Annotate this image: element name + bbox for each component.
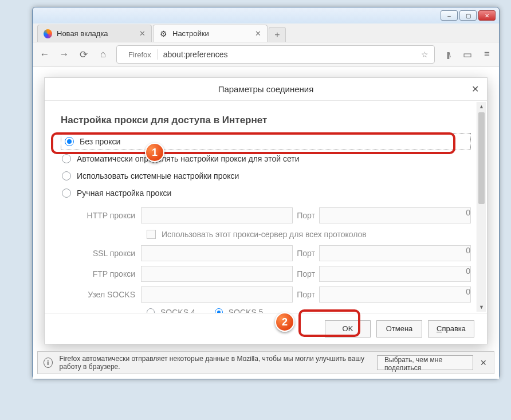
nav-forward-icon[interactable]: → <box>58 48 70 61</box>
socks-host-row: Узел SOCKS Порт 0 <box>74 284 471 305</box>
radio-socks5-label: SOCKS 5 <box>229 308 264 313</box>
nav-toolbar: ← → ⟳ ⌂ Firefox about:preferences ☆ |||\… <box>33 42 499 67</box>
ssl-proxy-input[interactable] <box>141 245 293 261</box>
window-minimize-button[interactable]: – <box>441 10 458 21</box>
ftp-proxy-row: FTP прокси Порт 0 <box>74 264 471 284</box>
identity-label: Firefox <box>128 50 151 59</box>
dialog-title: Параметры соединения <box>218 84 314 94</box>
bookmark-star-icon[interactable]: ☆ <box>421 50 429 59</box>
port-label: Порт <box>293 290 319 299</box>
ssl-proxy-row: SSL прокси Порт 0 <box>74 243 471 264</box>
hamburger-menu-icon[interactable]: ≡ <box>481 48 493 61</box>
checkbox-icon <box>147 230 156 239</box>
http-proxy-row: HTTP прокси Порт 0 <box>74 205 471 226</box>
tab-label: Новая вкладка <box>57 29 108 38</box>
nav-home-icon[interactable]: ⌂ <box>97 48 109 61</box>
ssl-port-input[interactable]: 0 <box>319 245 471 261</box>
http-proxy-label: HTTP прокси <box>74 211 141 220</box>
tab-close-icon[interactable]: ✕ <box>255 29 261 38</box>
data-sharing-notification: i Firefox автоматически отправляет некот… <box>37 351 494 374</box>
ssl-proxy-label: SSL прокси <box>74 249 141 258</box>
nav-back-icon[interactable]: ← <box>38 48 51 61</box>
tab-label: Настройки <box>172 29 209 38</box>
radio-socks5-icon[interactable] <box>215 308 223 313</box>
help-rest: правка <box>442 324 466 333</box>
new-tab-button[interactable]: + <box>269 27 286 42</box>
socks-host-input[interactable] <box>141 286 293 303</box>
firefox-logo-icon <box>44 29 52 38</box>
scroll-thumb[interactable] <box>478 112 485 204</box>
socks-port-input[interactable]: 0 <box>319 286 471 303</box>
radio-icon <box>62 154 71 163</box>
cancel-button[interactable]: Отмена <box>376 320 422 337</box>
dialog-close-icon[interactable]: ✕ <box>471 84 479 95</box>
radio-autodetect-proxy[interactable]: Автоматически определять настройки прокс… <box>61 150 471 167</box>
browser-window: – ▢ ✕ Новая вкладка ✕ ⚙ Настройки ✕ + ← … <box>32 7 500 379</box>
port-label: Порт <box>293 211 319 220</box>
connection-settings-dialog: Параметры соединения ✕ Настройка прокси … <box>44 77 488 344</box>
gear-icon: ⚙ <box>159 29 168 38</box>
manual-proxy-grid: HTTP прокси Порт 0 Использовать этот про… <box>74 205 471 313</box>
notification-close-icon[interactable]: ✕ <box>480 358 488 367</box>
dialog-titlebar: Параметры соединения ✕ <box>45 78 487 101</box>
help-button[interactable]: Справка <box>428 320 474 337</box>
port-label: Порт <box>293 269 319 278</box>
content-area: Параметры соединения ✕ Настройка прокси … <box>33 67 499 379</box>
tab-new-tab[interactable]: Новая вкладка ✕ <box>37 25 152 42</box>
radio-socks4-label: SOCKS 4 <box>160 308 195 313</box>
ftp-port-input[interactable]: 0 <box>319 266 471 282</box>
url-text: about:preferences <box>163 50 228 59</box>
port-label: Порт <box>293 249 319 258</box>
choose-sharing-button[interactable]: Выбрать, чем мне поделиться <box>377 355 473 370</box>
radio-icon <box>65 137 74 146</box>
scroll-down-icon[interactable]: ▼ <box>477 303 486 312</box>
radio-no-proxy[interactable]: Без прокси <box>61 133 471 150</box>
dialog-footer: OK Отмена Справка <box>45 313 487 344</box>
radio-icon <box>62 171 71 180</box>
info-icon: i <box>44 358 53 368</box>
separator <box>157 49 158 60</box>
radio-label: Использовать системные настройки прокси <box>77 171 239 180</box>
socks-version-row: SOCKS 4 SOCKS 5 <box>74 305 471 313</box>
window-close-button[interactable]: ✕ <box>478 10 496 21</box>
radio-label: Ручная настройка прокси <box>77 189 171 198</box>
radio-label: Автоматически определять настройки прокс… <box>77 154 299 163</box>
section-heading: Настройка прокси для доступа в Интернет <box>61 115 471 126</box>
ftp-proxy-label: FTP прокси <box>74 269 141 278</box>
tabstrip: Новая вкладка ✕ ⚙ Настройки ✕ + <box>33 23 499 42</box>
radio-system-proxy[interactable]: Использовать системные настройки прокси <box>61 167 471 185</box>
ok-button[interactable]: OK <box>325 320 371 337</box>
notification-text: Firefox автоматически отправляет некотор… <box>60 355 371 371</box>
library-icon[interactable]: |||\ <box>442 48 454 61</box>
tab-settings[interactable]: ⚙ Настройки ✕ <box>153 25 268 42</box>
http-proxy-input[interactable] <box>141 207 293 223</box>
sidebar-icon[interactable]: ▭ <box>461 48 474 61</box>
dialog-scrollbar[interactable]: ▲ ▼ <box>477 102 486 312</box>
url-bar[interactable]: Firefox about:preferences ☆ <box>116 45 435 64</box>
radio-manual-proxy[interactable]: Ручная настройка прокси <box>61 185 471 202</box>
help-accel: С <box>437 324 442 333</box>
socks-host-label: Узел SOCKS <box>74 290 141 299</box>
window-titlebar: – ▢ ✕ <box>33 7 499 23</box>
dialog-body: Настройка прокси для доступа в Интернет … <box>45 101 487 313</box>
share-proxy-row[interactable]: Использовать этот прокси-сервер для всех… <box>74 226 471 243</box>
radio-socks4-icon[interactable] <box>147 308 155 313</box>
http-port-input[interactable]: 0 <box>319 207 471 223</box>
share-proxy-label: Использовать этот прокси-сервер для всех… <box>162 230 367 239</box>
window-maximize-button[interactable]: ▢ <box>459 10 477 21</box>
scroll-up-icon[interactable]: ▲ <box>477 102 486 111</box>
nav-reload-icon[interactable]: ⟳ <box>77 48 90 61</box>
tab-close-icon[interactable]: ✕ <box>139 29 146 38</box>
radio-label: Без прокси <box>80 137 120 146</box>
radio-icon <box>62 189 71 198</box>
ftp-proxy-input[interactable] <box>141 266 293 282</box>
